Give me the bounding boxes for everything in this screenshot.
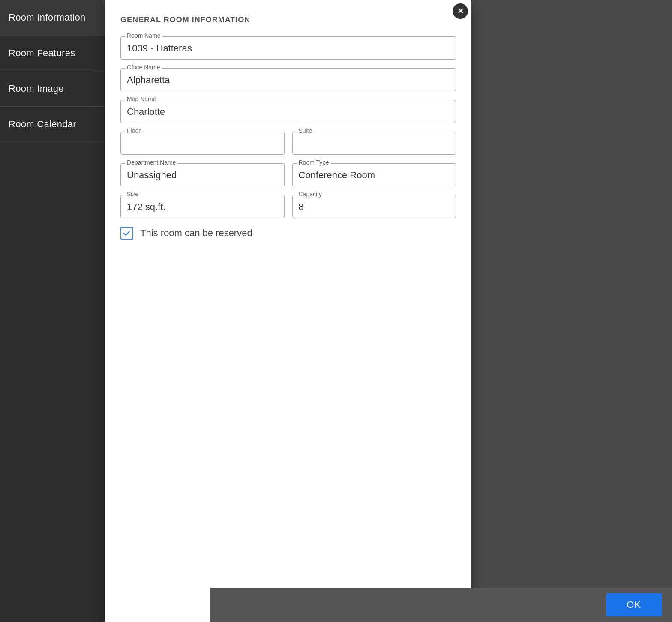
room-name-label: Room Name (125, 32, 162, 39)
office-name-input[interactable] (121, 69, 456, 91)
reservable-checkbox-label: This room can be reserved (140, 228, 252, 239)
ok-button[interactable]: OK (606, 593, 662, 616)
floor-label: Floor (125, 127, 142, 134)
scroll-indicator: ▼ (465, 0, 471, 622)
room-name-field-group: Room Name (120, 36, 456, 60)
dialog: ✕ GENERAL ROOM INFORMATION Room Name Off… (105, 0, 471, 622)
room-type-input[interactable] (293, 164, 456, 186)
main-area: ✕ GENERAL ROOM INFORMATION Room Name Off… (105, 0, 672, 622)
department-name-input[interactable] (121, 164, 284, 186)
content-area: ✕ GENERAL ROOM INFORMATION Room Name Off… (105, 0, 672, 622)
department-name-field-group: Department Name (120, 163, 285, 186)
room-type-label: Room Type (297, 159, 331, 166)
checkmark-icon (123, 229, 131, 237)
suite-field-group: Suite (292, 132, 456, 155)
size-input[interactable] (121, 195, 284, 218)
size-field-group: Size (120, 195, 285, 218)
sidebar-item-room-calendar[interactable]: Room Calendar (0, 107, 105, 142)
department-roomtype-row: Department Name Room Type (120, 163, 456, 186)
department-name-label: Department Name (125, 159, 177, 166)
sidebar-item-room-image[interactable]: Room Image (0, 71, 105, 107)
sidebar-item-room-information[interactable]: Room Information (0, 0, 105, 36)
map-name-input[interactable] (121, 100, 456, 123)
reservable-checkbox[interactable] (120, 227, 133, 240)
size-capacity-row: Size Capacity (120, 195, 456, 218)
sidebar-label-room-image: Room Image (9, 83, 64, 94)
capacity-label: Capacity (297, 191, 324, 198)
dialog-content: GENERAL ROOM INFORMATION Room Name Offic… (105, 0, 471, 257)
suite-label: Suite (297, 127, 314, 134)
map-name-label: Map Name (125, 96, 158, 102)
office-name-field-group: Office Name (120, 68, 456, 91)
room-type-field-group: Room Type (292, 163, 456, 186)
capacity-field-group: Capacity (292, 195, 456, 218)
sidebar-label-room-calendar: Room Calendar (9, 119, 76, 129)
floor-field-group: Floor (120, 132, 285, 155)
room-name-input[interactable] (121, 37, 456, 59)
office-name-label: Office Name (125, 64, 162, 71)
floor-input[interactable] (121, 132, 284, 154)
bottom-bar: OK (210, 588, 672, 622)
sidebar: Room Information Room Features Room Imag… (0, 0, 105, 622)
floor-suite-row: Floor Suite (120, 132, 456, 155)
suite-input[interactable] (293, 132, 456, 154)
reservable-checkbox-row: This room can be reserved (120, 227, 456, 240)
map-name-field-group: Map Name (120, 100, 456, 123)
close-icon: ✕ (457, 6, 464, 16)
sidebar-label-room-features: Room Features (9, 48, 75, 58)
capacity-input[interactable] (293, 195, 456, 218)
sidebar-item-room-features[interactable]: Room Features (0, 36, 105, 71)
size-label: Size (125, 191, 140, 198)
section-title: GENERAL ROOM INFORMATION (120, 15, 456, 24)
sidebar-label-room-information: Room Information (9, 12, 86, 23)
